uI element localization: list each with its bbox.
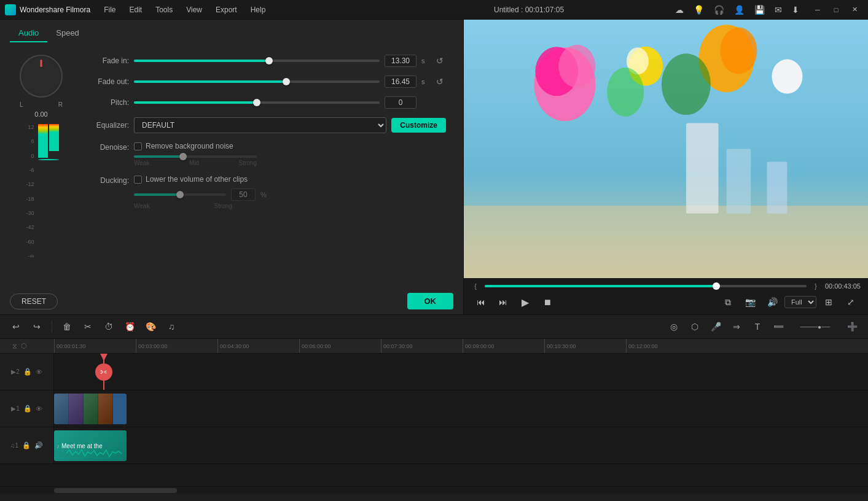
ducking-section: Lower the volume of other clips % Weak [134, 175, 268, 209]
play-button[interactable]: ▶ [515, 293, 535, 311]
rewind-button[interactable]: ⏮ [471, 293, 491, 311]
voice-button[interactable]: 🎤 [707, 318, 724, 335]
fade-out-reset-icon[interactable]: ↺ [434, 77, 446, 87]
download-icon[interactable]: ⬇ [789, 4, 802, 16]
cut-button[interactable]: ✂ [79, 318, 96, 335]
pitch-value[interactable] [385, 96, 416, 109]
denoise-mid-label: Mid [189, 160, 199, 166]
menu-file[interactable]: File [98, 3, 122, 17]
mail-icon[interactable]: ✉ [772, 4, 784, 16]
track-a1-mute-icon[interactable]: 🔊 [34, 441, 43, 449]
ducking-checkbox[interactable] [134, 176, 142, 184]
clip-scissors-icon[interactable]: ✂ [95, 363, 112, 381]
delete-button[interactable]: 🗑 [58, 318, 76, 335]
denoise-strength-slider[interactable] [134, 155, 257, 158]
track-a1-header: ♫1 🔒 🔊 [0, 427, 54, 464]
preview-panel: { } 00:00:43:05 ⏮ ⏭ ▶ ⏹ ⧉ 📷 🔊 Full [464, 20, 868, 314]
denoise-checkbox[interactable] [134, 142, 142, 150]
zoom-in-button[interactable]: ➕ [843, 318, 861, 335]
denoise-weak-label: Weak [134, 160, 149, 166]
denoise-checkbox-label[interactable]: Remove background noise [146, 142, 233, 150]
track-a1-lock-icon[interactable]: 🔒 [22, 441, 31, 449]
tab-speed[interactable]: Speed [47, 25, 88, 42]
menu-export[interactable]: Export [209, 3, 243, 17]
menu-help[interactable]: Help [244, 3, 272, 17]
snap-icon[interactable]: ⧖ [12, 342, 17, 350]
denoise-label: Denoise: [85, 142, 129, 152]
titlebar: Wondershare Filmora File Edit Tools View… [0, 0, 868, 20]
clip-thumbnail [54, 394, 113, 424]
timeline-scrollbar[interactable] [0, 486, 868, 494]
split-icon[interactable]: ⬡ [21, 342, 27, 350]
timeline-tracks: ▶2 🔒 👁 ✂ ▶1 🔒 👁 [0, 354, 868, 464]
track-v2-lock-icon[interactable]: 🔒 [23, 368, 32, 376]
timer-button[interactable]: ⏰ [121, 318, 138, 335]
maximize-button[interactable]: □ [827, 2, 845, 17]
headphone-icon[interactable]: 🎧 [711, 4, 727, 16]
merge-button[interactable]: ⇒ [728, 318, 745, 335]
pitch-slider[interactable] [134, 101, 380, 104]
mask-button[interactable]: ⬡ [686, 318, 703, 335]
person-icon[interactable]: 👤 [732, 4, 747, 16]
ducking-checkbox-label[interactable]: Lower the volume of other clips [146, 175, 248, 184]
video-clip-v1[interactable] [54, 394, 127, 424]
track-v2-eye-icon[interactable]: 👁 [36, 368, 42, 376]
close-button[interactable]: ✕ [846, 2, 863, 17]
undo-button[interactable]: ↩ [7, 318, 25, 335]
ok-button[interactable]: OK [407, 293, 454, 309]
customize-button[interactable]: Customize [391, 118, 446, 133]
stop-button[interactable]: ⏹ [538, 293, 557, 311]
redo-button[interactable]: ↪ [28, 318, 45, 335]
volume-dial[interactable] [20, 55, 63, 98]
freeze-frame-button[interactable]: ⏱ [100, 318, 117, 335]
audio-controls: Fade in: s ↺ Fade out: [75, 50, 456, 278]
fade-in-reset-icon[interactable]: ↺ [434, 56, 446, 66]
progress-bar[interactable] [485, 285, 807, 287]
fullscreen-preview-button[interactable]: ⧉ [718, 293, 738, 311]
step-back-button[interactable]: ⏭ [493, 293, 513, 311]
audio-clip-a1[interactable]: ♪ Meet me at the [54, 430, 127, 461]
fade-out-value[interactable] [385, 76, 416, 88]
menu-view[interactable]: View [180, 3, 208, 17]
bulb-icon[interactable]: 💡 [691, 4, 706, 16]
subtitle-button[interactable]: T [749, 318, 766, 335]
ducking-strength-slider[interactable] [134, 193, 226, 196]
pip-button[interactable]: ⊞ [819, 293, 839, 311]
menu-tools[interactable]: Tools [149, 3, 179, 17]
fade-in-slider[interactable] [134, 60, 380, 62]
track-v1-lock-icon[interactable]: 🔒 [23, 405, 32, 413]
fade-in-value[interactable] [385, 55, 416, 67]
ruler-mark-1: 00:03:00:00 [136, 339, 217, 353]
ruler-mark-5: 00:09:00:00 [463, 339, 544, 353]
timeline-left-controls: ⧖ ⬡ [12, 342, 27, 350]
track-v1-eye-icon[interactable]: 👁 [36, 405, 42, 413]
expand-button[interactable]: ⤢ [841, 293, 861, 311]
color-button[interactable]: 🎨 [142, 318, 159, 335]
scrollbar-thumb[interactable] [54, 488, 177, 493]
progress-thumb[interactable] [713, 282, 720, 290]
timeline: ⧖ ⬡ 00:00:01:30 00:03:00:00 00:04:30:00 … [0, 339, 868, 486]
equalizer-select[interactable]: DEFAULT Pop Rock Jazz [134, 117, 386, 133]
equalizer-row: Equalizer: DEFAULT Pop Rock Jazz Customi… [85, 117, 446, 133]
minimize-button[interactable]: ─ [809, 2, 826, 17]
zoom-out-button[interactable]: ➖ [770, 318, 787, 335]
motion-button[interactable]: ◎ [665, 318, 682, 335]
lr-labels: L R [20, 101, 63, 108]
fade-in-unit: s [421, 57, 429, 64]
time-marker-left: { [471, 282, 480, 290]
reset-button[interactable]: RESET [10, 293, 58, 309]
cloud-icon[interactable]: ☁ [673, 4, 686, 16]
ruler-mark-2: 00:04:30:00 [217, 339, 299, 353]
audio-edit-button[interactable]: ♫ [163, 318, 180, 335]
volume-button[interactable]: 🔊 [762, 293, 782, 311]
menu-edit[interactable]: Edit [123, 3, 149, 17]
snapshot-button[interactable]: 📷 [740, 293, 760, 311]
tab-audio[interactable]: Audio [10, 25, 47, 42]
save-icon[interactable]: 💾 [752, 4, 767, 16]
quality-select[interactable]: Full 1/2 1/4 [784, 296, 816, 308]
window-title: Untitled : 00:01:07:05 [385, 6, 673, 14]
fade-out-slider[interactable] [134, 80, 380, 83]
zoom-slider[interactable]: ────●── [791, 318, 840, 335]
meter-bar-right [49, 124, 59, 259]
ducking-value[interactable] [231, 188, 256, 201]
